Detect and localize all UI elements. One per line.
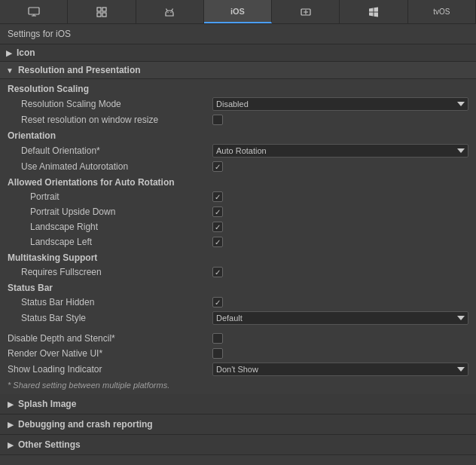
render-over-native-label: Render Over Native UI* [8, 348, 212, 359]
svg-rect-3 [97, 13, 101, 17]
status-bar-style-value: Default Light Content Dark Content [212, 311, 468, 325]
animated-autorotation-value [212, 161, 468, 172]
resolution-section-label: Resolution and Presentation [18, 65, 141, 75]
status-bar-hidden-value [212, 297, 468, 307]
scaling-mode-label: Resolution Scaling Mode [8, 99, 212, 109]
tab-webgl[interactable] [272, 0, 340, 23]
show-loading-indicator-select[interactable]: Don't Show White Large White Gray [212, 363, 468, 376]
portrait-checkbox[interactable] [212, 191, 223, 202]
default-orientation-label: Default Orientation* [8, 145, 212, 156]
portrait-upside-down-checkbox[interactable] [212, 206, 223, 217]
animated-autorotation-label: Use Animated Autorotation [8, 161, 212, 172]
grid-icon [96, 6, 108, 18]
icon-triangle: ▶ [6, 49, 12, 57]
landscape-right-label: Landscape Right [8, 222, 212, 232]
landscape-left-checkbox[interactable] [212, 237, 223, 247]
reset-resize-label: Reset resolution on window resize [8, 115, 212, 125]
tab-android[interactable] [136, 0, 204, 23]
show-loading-indicator-value: Don't Show White Large White Gray [212, 363, 468, 376]
disable-depth-stencil-value [212, 333, 468, 344]
group-label-allowed-orientations: Allowed Orientations for Auto Rotation [0, 174, 476, 189]
landscape-left-label: Landscape Left [8, 237, 212, 247]
other-settings-section-label: Other Settings [18, 439, 81, 450]
splash-section-label: Splash Image [18, 399, 76, 409]
portrait-upside-down-label: Portrait Upside Down [8, 206, 212, 217]
status-bar-hidden-label: Status Bar Hidden [8, 297, 212, 307]
default-orientation-value: Auto Rotation Portrait Portrait Upside D… [212, 144, 468, 158]
group-label-resolution-scaling: Resolution Scaling [0, 81, 476, 96]
row-landscape-left: Landscape Left [0, 234, 476, 249]
svg-rect-1 [97, 8, 101, 11]
shared-note: * Shared setting between multiple platfo… [0, 378, 476, 393]
requires-fullscreen-value [212, 267, 468, 277]
section-icon[interactable]: ▶ Icon [0, 44, 476, 62]
svg-rect-0 [29, 8, 39, 14]
row-disable-depth-stencil: Disable Depth and Stencil* [0, 331, 476, 346]
section-splash[interactable]: ▶ Splash Image [0, 394, 476, 415]
splash-triangle: ▶ [8, 400, 14, 408]
row-show-loading-indicator: Show Loading Indicator Don't Show White … [0, 361, 476, 378]
show-loading-indicator-label: Show Loading Indicator [8, 364, 212, 375]
webgl-icon [300, 6, 312, 18]
svg-point-5 [168, 11, 169, 12]
row-scaling-mode: Resolution Scaling Mode Disabled FixedDP… [0, 96, 476, 112]
row-animated-autorotation: Use Animated Autorotation [0, 159, 476, 174]
tab-tvos[interactable]: tvOS [408, 0, 476, 23]
landscape-right-checkbox[interactable] [212, 222, 223, 232]
portrait-value [212, 191, 468, 202]
reset-resize-value [212, 115, 468, 125]
row-portrait-upside-down: Portrait Upside Down [0, 204, 476, 219]
resolution-content: Resolution Scaling Resolution Scaling Mo… [0, 79, 476, 394]
svg-rect-4 [102, 13, 106, 17]
disable-depth-stencil-checkbox[interactable] [212, 333, 223, 344]
settings-title: Settings for iOS [0, 24, 476, 44]
other-settings-triangle: ▶ [8, 441, 14, 449]
svg-point-6 [171, 11, 172, 12]
status-bar-style-select[interactable]: Default Light Content Dark Content [212, 311, 468, 325]
tab-bar: iOS tvOS [0, 0, 476, 24]
tvos-label: tvOS [433, 8, 450, 16]
ios-label: iOS [230, 7, 245, 16]
group-label-multitasking: Multitasking Support [0, 249, 476, 265]
icon-section-label: Icon [17, 47, 35, 58]
monitor-icon [28, 6, 40, 18]
content-area: ▶ Icon ▼ Resolution and Presentation Res… [0, 44, 476, 460]
requires-fullscreen-checkbox[interactable] [212, 267, 223, 277]
section-resolution[interactable]: ▼ Resolution and Presentation [0, 62, 476, 79]
group-label-orientation: Orientation [0, 127, 476, 142]
status-bar-style-label: Status Bar Style [8, 313, 212, 323]
row-requires-fullscreen: Requires Fullscreen [0, 265, 476, 280]
requires-fullscreen-label: Requires Fullscreen [8, 267, 212, 277]
resolution-triangle: ▼ [6, 66, 14, 75]
reset-resize-checkbox[interactable] [212, 115, 223, 125]
row-status-bar-style: Status Bar Style Default Light Content D… [0, 310, 476, 326]
row-render-over-native: Render Over Native UI* [0, 346, 476, 361]
portrait-label: Portrait [8, 191, 212, 202]
row-status-bar-hidden: Status Bar Hidden [0, 295, 476, 310]
section-debugging[interactable]: ▶ Debugging and crash reporting [0, 415, 476, 435]
group-label-status-bar: Status Bar [0, 280, 476, 295]
status-bar-hidden-checkbox[interactable] [212, 297, 223, 307]
default-orientation-select[interactable]: Auto Rotation Portrait Portrait Upside D… [212, 144, 468, 158]
tab-ios[interactable]: iOS [204, 0, 272, 23]
row-portrait: Portrait [0, 189, 476, 204]
windows-icon [368, 6, 380, 18]
section-other-settings[interactable]: ▶ Other Settings [0, 435, 476, 455]
scaling-mode-select[interactable]: Disabled FixedDPI [212, 97, 468, 111]
scaling-mode-value: Disabled FixedDPI [212, 97, 468, 111]
tab-desktop[interactable] [0, 0, 68, 23]
disable-depth-stencil-label: Disable Depth and Stencil* [8, 333, 212, 344]
row-landscape-right: Landscape Right [0, 219, 476, 234]
tab-grid[interactable] [68, 0, 136, 23]
render-over-native-checkbox[interactable] [212, 348, 223, 359]
row-default-orientation: Default Orientation* Auto Rotation Portr… [0, 142, 476, 159]
landscape-left-value [212, 237, 468, 247]
landscape-right-value [212, 222, 468, 232]
render-over-native-value [212, 348, 468, 359]
animated-autorotation-checkbox[interactable] [212, 161, 223, 172]
tab-windows[interactable] [340, 0, 407, 23]
portrait-upside-down-value [212, 206, 468, 217]
debugging-section-label: Debugging and crash reporting [18, 419, 153, 430]
android-icon [163, 6, 175, 18]
svg-rect-2 [102, 8, 106, 11]
